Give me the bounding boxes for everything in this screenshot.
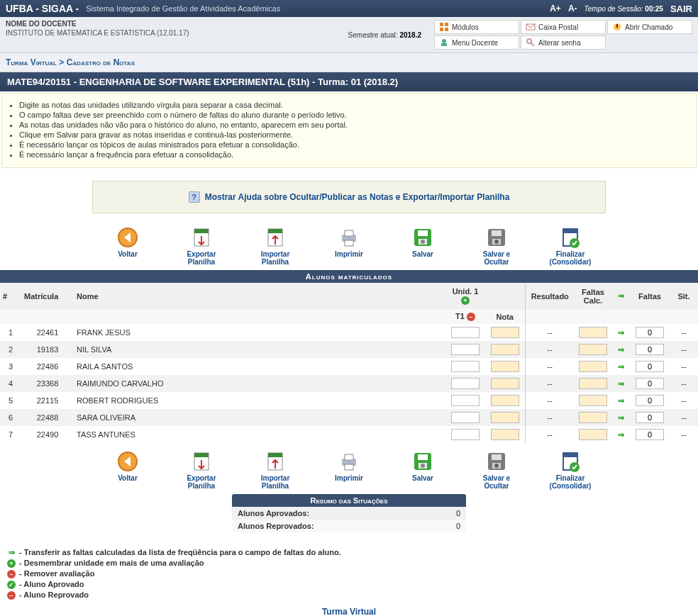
legend: ⇒ - Transferir as faltas calculadas da l… <box>6 548 692 600</box>
importar-planilha-button[interactable]: Importar Planilha <box>248 226 302 266</box>
cell-resultado: -- <box>525 375 575 392</box>
add-unit-icon[interactable]: + <box>461 296 470 305</box>
svg-rect-32 <box>268 453 282 457</box>
cell-sit: -- <box>670 341 698 358</box>
legend-item: - Desmembrar unidade em mais de uma aval… <box>17 559 204 567</box>
transfer-faltas-button[interactable]: ⇒ <box>618 328 624 337</box>
t1-input[interactable] <box>451 429 480 440</box>
mail-icon <box>526 22 536 32</box>
salvar-ocultar-button[interactable]: Salvar e Ocultar <box>470 450 524 490</box>
tip-item: Clique em Salvar para gravar as notas in… <box>19 130 689 139</box>
table-row: 522115ROBERT RODRIGUES--⇒-- <box>0 392 698 409</box>
tip-item: É necessário lançar a frequência para ef… <box>19 150 689 159</box>
remove-eval-icon[interactable]: – <box>467 313 475 321</box>
cell-sit: -- <box>670 375 698 392</box>
cell-matricula: 19183 <box>21 341 74 358</box>
cell-resultado: -- <box>525 392 575 409</box>
svg-rect-18 <box>418 230 428 236</box>
col-matricula: Matrícula <box>21 283 74 309</box>
menu-alterar-senha[interactable]: Alterar senha <box>521 35 606 50</box>
print-icon <box>338 450 360 473</box>
cell-sit: -- <box>670 409 698 426</box>
t1-input[interactable] <box>451 344 480 355</box>
t1-input[interactable] <box>451 361 480 372</box>
t1-input[interactable] <box>451 327 480 338</box>
font-decrease[interactable]: A- <box>568 4 577 13</box>
transfer-faltas-button[interactable]: ⇒ <box>618 362 624 371</box>
menu-modulos[interactable]: Módulos <box>434 20 519 34</box>
toolbar-top: Voltar Exportar Planilha Importar Planil… <box>0 226 698 266</box>
cell-sit: -- <box>670 324 698 341</box>
transfer-faltas-button[interactable]: ⇒ <box>618 430 624 439</box>
transfer-faltas-button[interactable]: ⇒ <box>618 413 624 422</box>
menu-docente[interactable]: Menu Docente <box>434 35 519 50</box>
finalize-icon <box>559 226 582 249</box>
faltas-input[interactable] <box>636 361 664 372</box>
t1-input[interactable] <box>451 412 480 423</box>
exportar-planilha-button[interactable]: Exportar Planilha <box>174 450 228 490</box>
turma-virtual-link[interactable]: Turma Virtual <box>322 607 376 616</box>
quick-menu: Módulos Caixa Postal Abrir Chamado Menu … <box>434 20 692 50</box>
finalizar-button[interactable]: Finalizar (Consolidar) <box>543 450 597 490</box>
salvar-button[interactable]: Salvar <box>396 226 450 266</box>
faltas-calc-input <box>579 344 607 355</box>
logout-link[interactable]: SAIR <box>670 4 692 14</box>
font-increase[interactable]: A+ <box>550 4 561 13</box>
transfer-faltas-button[interactable]: ⇒ <box>618 345 624 354</box>
user-department: INSTITUTO DE MATEMATICA E ESTATISTICA (1… <box>6 29 348 37</box>
cell-nome: RAILA SANTOS <box>74 358 445 375</box>
imprimir-button[interactable]: Imprimir <box>322 450 376 490</box>
legend-item: - Aluno Aprovado <box>17 580 84 588</box>
menu-abrir-chamado[interactable]: Abrir Chamado <box>607 20 692 34</box>
cell-matricula: 22115 <box>21 392 74 409</box>
legend-item: - Transferir as faltas calculadas da lis… <box>17 548 341 556</box>
summary-box: Resumo das Situações Alunos Aprovados:0 … <box>232 494 466 532</box>
faltas-input[interactable] <box>636 327 664 338</box>
cell-matricula: 22488 <box>21 409 74 426</box>
arrow-right-icon[interactable]: ⇒ <box>618 291 624 300</box>
salvar-button[interactable]: Salvar <box>396 450 450 490</box>
cell-matricula: 22486 <box>21 358 74 375</box>
help-link[interactable]: Mostrar Ajuda sobre Ocultar/Publicar as … <box>205 192 510 202</box>
importar-planilha-button[interactable]: Importar Planilha <box>248 450 302 490</box>
cell-nome: NIL SILVA <box>74 341 445 358</box>
t1-input[interactable] <box>451 395 480 406</box>
faltas-input[interactable] <box>636 344 664 355</box>
faltas-input[interactable] <box>636 412 664 423</box>
instructions-box: Digite as notas das unidades utilizando … <box>1 93 697 168</box>
cell-matricula: 22490 <box>21 426 74 443</box>
svg-rect-3 <box>445 28 448 31</box>
imprimir-button[interactable]: Imprimir <box>322 226 376 266</box>
summary-title: Resumo das Situações <box>232 494 466 507</box>
finalize-icon <box>559 450 582 473</box>
cell-resultado: -- <box>525 426 575 443</box>
col-arrow: ⇒ <box>611 283 630 309</box>
voltar-button[interactable]: Voltar <box>101 226 155 266</box>
failed-icon: – <box>6 590 17 600</box>
cell-index: 2 <box>0 341 21 358</box>
exportar-planilha-button[interactable]: Exportar Planilha <box>174 226 228 266</box>
help-icon: ? <box>189 191 200 203</box>
menu-caixa-postal[interactable]: Caixa Postal <box>521 20 606 34</box>
page-title: MATE94/20151 - ENGENHARIA DE SOFTWARE EX… <box>0 72 698 91</box>
cell-index: 6 <box>0 409 21 426</box>
cell-index: 1 <box>0 324 21 341</box>
transfer-faltas-button[interactable]: ⇒ <box>618 396 624 405</box>
transfer-faltas-button[interactable]: ⇒ <box>618 379 624 388</box>
breadcrumb: Turma Virtual > Cadastro de Notas <box>0 53 698 72</box>
voltar-button[interactable]: Voltar <box>101 450 155 490</box>
faltas-input[interactable] <box>636 395 664 406</box>
cell-resultado: -- <box>525 324 575 341</box>
svg-rect-0 <box>440 23 443 26</box>
faltas-input[interactable] <box>636 429 664 440</box>
summary-failed-value: 0 <box>431 520 466 532</box>
tip-item: As notas das unidades não vão para o his… <box>19 121 689 129</box>
cell-sit: -- <box>670 392 698 409</box>
t1-input[interactable] <box>451 378 480 389</box>
salvar-ocultar-button[interactable]: Salvar e Ocultar <box>470 226 524 266</box>
cell-index: 7 <box>0 426 21 443</box>
faltas-input[interactable] <box>636 378 664 389</box>
import-icon <box>264 226 287 249</box>
user-name: NOME DO DOCENTE <box>6 20 348 28</box>
finalizar-button[interactable]: Finalizar (Consolidar) <box>543 226 597 266</box>
